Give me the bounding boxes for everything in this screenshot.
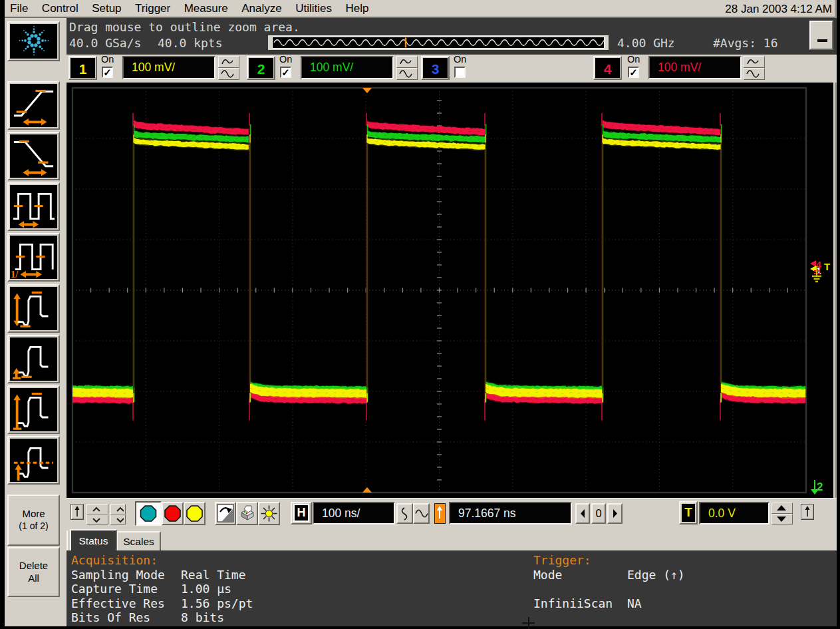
- channel-2-scale-field[interactable]: 100 mV/: [301, 56, 394, 79]
- agilent-logo-icon: [10, 24, 57, 59]
- trigger-arm-button[interactable]: [434, 503, 446, 524]
- channel-2-ac-button[interactable]: [396, 56, 418, 68]
- channel-4-coupling-buttons: [744, 56, 765, 80]
- step-left-button[interactable]: [575, 503, 590, 524]
- preview-waveform-icon: [272, 37, 605, 49]
- trigger-level-field[interactable]: 0.0 V: [699, 502, 770, 524]
- trigger-level-markers: 41T: [810, 260, 830, 282]
- channel-2-offscreen-marker: 2: [811, 480, 823, 495]
- trigger-menu-button[interactable]: T: [679, 501, 698, 524]
- stop-button[interactable]: [162, 502, 184, 525]
- sweep-fine-button[interactable]: [396, 503, 413, 524]
- main-area: Drag mouse to outline zoom area. 40.0 GS…: [67, 18, 837, 626]
- chevron-down-icon: [87, 516, 106, 524]
- menu-bar: File Control Setup Trigger Measure Analy…: [5, 0, 835, 18]
- intensity-button[interactable]: [258, 502, 280, 525]
- channel-4-button[interactable]: 4: [593, 56, 622, 80]
- scope-graticule: 41T2: [67, 83, 833, 498]
- channel-2-on-checkbox[interactable]: ✓: [280, 67, 291, 78]
- menu-file[interactable]: File: [5, 0, 33, 15]
- sample-rate: 40.0 GSa/s: [69, 36, 141, 50]
- measure-vavg-button[interactable]: [7, 436, 60, 485]
- measure-fall-time-button[interactable]: [7, 132, 60, 180]
- channel-4-ac-button[interactable]: [744, 56, 765, 68]
- delete-all-button[interactable]: Delete All: [7, 547, 60, 597]
- level-up-button[interactable]: [771, 503, 793, 514]
- run-button[interactable]: [135, 501, 162, 526]
- more-button[interactable]: More (1 of 2): [7, 495, 60, 546]
- tab-status[interactable]: Status: [70, 529, 117, 550]
- menu-utilities[interactable]: Utilities: [290, 0, 337, 15]
- spin-up-button[interactable]: [110, 504, 126, 515]
- triangle-down-icon: [772, 515, 791, 524]
- acq-row-label: Effective Res: [71, 596, 165, 610]
- delete-all-label: All: [9, 572, 59, 584]
- channel-4-on-checkbox[interactable]: ✓: [628, 67, 639, 78]
- waveform-display[interactable]: 41T2: [67, 83, 833, 498]
- channel-2-button[interactable]: 2: [247, 56, 275, 80]
- trigger-slope-button[interactable]: [801, 504, 814, 520]
- channel-1-scale-field[interactable]: 100 mV/: [122, 56, 215, 79]
- spin-up-button[interactable]: [86, 504, 108, 515]
- channel-1-dc-button[interactable]: [218, 68, 239, 80]
- channel-2-on-label: On: [279, 54, 292, 65]
- triangle-right-icon: [609, 505, 621, 523]
- channel-4-scale-field[interactable]: 100 mV/: [648, 56, 742, 79]
- menu-trigger[interactable]: Trigger: [130, 0, 176, 15]
- menu-analyze[interactable]: Analyze: [236, 0, 287, 15]
- triangle-left-icon: [577, 505, 589, 523]
- sun-icon: [259, 503, 279, 524]
- menu-setup[interactable]: Setup: [86, 0, 126, 15]
- agilent-logo-button[interactable]: [7, 21, 60, 61]
- spin-down-button[interactable]: [110, 515, 126, 525]
- autoscale-icon: [216, 503, 235, 524]
- single-button[interactable]: [184, 502, 206, 525]
- measure-vtop-button[interactable]: [7, 385, 60, 434]
- timebase-field[interactable]: 100 ns/: [313, 502, 395, 524]
- menu-measure[interactable]: Measure: [179, 0, 233, 15]
- zero-position-button[interactable]: 0: [591, 503, 606, 524]
- hint-message: Drag mouse to outline zoom area.: [69, 20, 300, 34]
- trig-row-label: Mode: [533, 568, 562, 582]
- measure-rise-time-button[interactable]: [7, 81, 60, 130]
- horizontal-menu-button[interactable]: H: [291, 502, 312, 524]
- horizontal-scale-preview[interactable]: [268, 35, 609, 50]
- menu-control[interactable]: Control: [37, 0, 84, 15]
- more-label: More: [9, 507, 59, 520]
- channel-1-on-checkbox[interactable]: ✓: [102, 67, 113, 78]
- tab-scales[interactable]: Scales: [117, 531, 161, 550]
- delay-field[interactable]: 97.1667 ns: [449, 502, 572, 524]
- triangle-up-icon: [772, 503, 791, 513]
- spin-down-button[interactable]: [86, 515, 108, 525]
- svg-text:1/: 1/: [11, 269, 19, 279]
- measure-vbase-button[interactable]: [7, 335, 60, 383]
- control-bar: H 100 ns/ 97.1667 ns 0: [67, 498, 837, 529]
- channel-2-dc-button[interactable]: [396, 68, 418, 80]
- step-right-button[interactable]: [607, 503, 623, 524]
- ac-icon: [219, 57, 238, 67]
- channel-4-dc-button[interactable]: [744, 68, 765, 80]
- channel-3-on-checkbox[interactable]: [454, 67, 466, 78]
- level-down-button[interactable]: [771, 514, 793, 525]
- print-button[interactable]: [236, 502, 258, 525]
- touch-up-button[interactable]: [70, 504, 84, 520]
- sweep-sine-button[interactable]: [413, 503, 430, 524]
- measure-period-button[interactable]: [7, 182, 60, 231]
- autoscale-button[interactable]: [215, 502, 236, 525]
- period-icon: [10, 185, 57, 228]
- measure-vpp-button[interactable]: [7, 284, 60, 333]
- channel-1-ac-button[interactable]: [218, 56, 239, 68]
- fall-time-icon: [10, 134, 57, 178]
- svg-text:T: T: [824, 261, 830, 272]
- measure-frequency-button[interactable]: 1/: [7, 233, 60, 282]
- minimize-button[interactable]: [809, 21, 833, 50]
- channel-1-on-label: On: [101, 54, 114, 65]
- acq-row-label: Bits Of Res: [71, 610, 150, 624]
- trigger-icon: T: [682, 504, 695, 522]
- single-octagon-icon: [185, 503, 204, 524]
- menu-help[interactable]: Help: [340, 0, 374, 15]
- channel-3-button[interactable]: 3: [421, 56, 450, 80]
- fine-spinner: [110, 504, 126, 524]
- channel-1-button[interactable]: 1: [69, 56, 97, 80]
- channel-2-coupling-buttons: [396, 56, 418, 80]
